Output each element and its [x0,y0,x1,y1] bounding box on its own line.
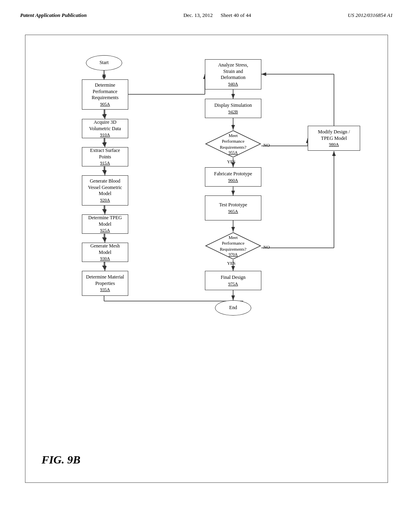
header-date: Dec. 13, 2012 [184,12,213,18]
svg-marker-5 [102,143,106,146]
svg-marker-3 [102,114,106,118]
svg-marker-1 [102,76,106,79]
d955-no-label: NO [263,143,270,148]
d970-no-label: NO [263,245,270,249]
node-975: Final Design 975A [205,271,261,290]
header-date-sheet: Dec. 13, 2012 Sheet 40 of 44 [184,12,251,19]
svg-marker-7 [102,170,106,173]
node-905: DeterminePerformanceRequirements 905A [82,79,128,110]
header-sheet: Sheet 40 of 44 [221,12,251,18]
node-965: Test Prototype 965A [205,195,261,220]
diamond-970: MeetPerformanceRequirements? 970A [205,232,261,260]
svg-marker-13 [102,266,106,269]
node-960: Fabricate Prototype 960A [205,167,261,187]
node-910: Acquire 3DVolumetric Data 910A [82,119,128,138]
node-980: Modify Design /TPEG Model 980A [308,126,360,151]
node-915: Extract SurfacePoints 915A [82,147,128,166]
page-header: Patent Application Publication Dec. 13, … [20,12,393,19]
node-925: Determine TPEGModel 925A [82,214,128,234]
node-920: Generate BloodVessel GeometricModel 920A [82,175,128,206]
page: Patent Application Publication Dec. 13, … [0,0,413,532]
node-930: Generate MeshModel 930A [82,243,128,262]
header-patent-number: US 2012/0316854 A1 [348,12,393,19]
start-node: Start [86,55,122,71]
header-publication-label: Patent Application Publication [20,12,87,19]
svg-marker-11 [102,237,106,241]
node-940: Analyze Stress,Strain andDeformation 940… [205,59,261,89]
d970-yes-label: YES [227,261,236,266]
node-935: Determine MaterialProperties 935A [82,271,128,296]
node-942: Display Simulation 942B [205,99,261,118]
svg-marker-9 [102,209,106,212]
diamond-955: MeetPerformanceRequirements? 955A [205,130,261,158]
diagram-container: Start DeterminePerformanceRequirements 9… [25,35,388,483]
figure-label: FIG. 9B [42,453,80,466]
flowchart: Start DeterminePerformanceRequirements 9… [33,47,380,470]
d955-yes-label: YES [227,159,236,164]
end-node: End [215,300,251,316]
